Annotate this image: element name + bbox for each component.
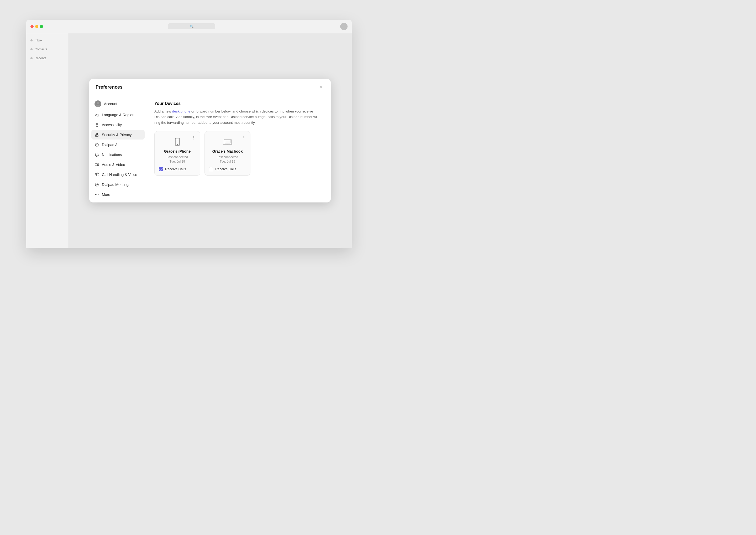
macbook-receive-calls-checkbox[interactable] xyxy=(209,167,213,171)
maximize-traffic-light[interactable] xyxy=(40,25,43,28)
iphone-icon xyxy=(173,137,182,147)
macbook-icon xyxy=(222,137,233,147)
svg-point-21 xyxy=(194,139,194,140)
main-content: Preferences × xyxy=(68,33,352,248)
content-area: Your Devices Add a new desk phone or for… xyxy=(147,95,331,203)
svg-point-12 xyxy=(97,144,97,145)
bell-icon xyxy=(95,153,99,157)
sidebar-dot xyxy=(30,48,33,50)
sidebar-item-1[interactable]: Inbox xyxy=(27,37,67,44)
sidebar-item-dialpad-ai[interactable]: Dialpad Ai xyxy=(91,140,145,150)
svg-point-25 xyxy=(244,136,244,137)
device-card-iphone: Grace's iPhone Last connected Tue, Jul 1… xyxy=(154,131,200,176)
macbook-icon-wrap xyxy=(209,137,246,147)
sidebar-item-accessibility[interactable]: Accessibility xyxy=(91,120,145,129)
sidebar-item-2[interactable]: Contacts xyxy=(27,45,67,53)
app-window: 🔍 Inbox Contacts Recents xyxy=(26,20,352,248)
title-bar-center: 🔍 xyxy=(45,23,338,29)
svg-point-27 xyxy=(244,139,244,140)
app-body: Inbox Contacts Recents Preferences × xyxy=(26,33,352,248)
modal-body: Account A 文 Language & Reg xyxy=(89,95,331,203)
sidebar-item-language[interactable]: A 文 Language & Region xyxy=(91,110,145,120)
svg-point-17 xyxy=(97,194,97,195)
account-avatar-icon xyxy=(95,100,101,107)
modal-close-button[interactable]: × xyxy=(318,84,324,91)
modal-header: Preferences × xyxy=(89,79,331,95)
svg-point-4 xyxy=(96,123,97,124)
svg-point-15 xyxy=(96,184,98,185)
sidebar-dot xyxy=(30,39,33,42)
iphone-icon-wrap xyxy=(159,137,196,147)
iphone-receive-calls-checkbox[interactable] xyxy=(159,167,163,171)
minimize-traffic-light[interactable] xyxy=(35,25,38,28)
more-icon xyxy=(95,192,99,197)
svg-line-7 xyxy=(96,126,97,127)
audio-video-label: Audio & Video xyxy=(102,163,125,167)
close-traffic-light[interactable] xyxy=(30,25,34,28)
description-part1: Add a new xyxy=(154,109,172,113)
section-description: Add a new desk phone or forward number b… xyxy=(154,109,323,126)
svg-point-20 xyxy=(194,137,194,138)
svg-point-19 xyxy=(194,136,194,137)
macbook-receive-calls[interactable]: Receive Calls xyxy=(209,167,246,171)
sidebar-label: Inbox xyxy=(35,39,42,42)
modal-sidebar: Account A 文 Language & Reg xyxy=(89,95,147,203)
macbook-name: Grace's Macbook xyxy=(209,149,246,154)
video-icon xyxy=(95,162,99,167)
sidebar-item-meetings[interactable]: Dialpad Meetings xyxy=(91,180,145,189)
macbook-receive-calls-label: Receive Calls xyxy=(215,167,236,171)
sidebar-label: Contacts xyxy=(35,47,47,51)
preferences-modal: Preferences × xyxy=(89,79,331,203)
svg-line-8 xyxy=(97,126,98,127)
svg-point-26 xyxy=(244,137,244,138)
modal-overlay: Preferences × xyxy=(68,33,352,248)
accessibility-label: Accessibility xyxy=(102,123,122,127)
svg-rect-29 xyxy=(225,140,230,143)
modal-title: Preferences xyxy=(96,84,123,90)
ai-icon xyxy=(95,142,99,147)
svg-text:文: 文 xyxy=(97,114,99,117)
svg-point-14 xyxy=(95,183,99,186)
device-menu-button-iphone[interactable] xyxy=(191,134,197,141)
svg-point-10 xyxy=(97,135,97,136)
dialpad-ai-label: Dialpad Ai xyxy=(102,143,118,147)
title-bar: 🔍 xyxy=(26,20,352,33)
account-label: Account xyxy=(104,102,117,106)
meetings-icon xyxy=(95,182,99,187)
title-bar-search[interactable]: 🔍 xyxy=(168,23,215,29)
svg-point-24 xyxy=(177,144,178,145)
language-icon: A 文 xyxy=(95,113,99,117)
sidebar-item-security[interactable]: Security & Privacy xyxy=(91,130,145,140)
iphone-receive-calls[interactable]: Receive Calls xyxy=(159,167,196,171)
section-title: Your Devices xyxy=(154,101,323,106)
devices-grid: Grace's iPhone Last connected Tue, Jul 1… xyxy=(154,131,323,176)
sidebar-item-call-handling[interactable]: Call Handling & Voice xyxy=(91,170,145,180)
notifications-label: Notifications xyxy=(102,153,122,157)
device-menu-button-macbook[interactable] xyxy=(241,134,247,141)
svg-point-1 xyxy=(96,105,100,107)
title-bar-right xyxy=(340,23,348,30)
sidebar-item-audio-video[interactable]: Audio & Video xyxy=(91,160,145,169)
svg-point-0 xyxy=(97,102,99,104)
svg-point-16 xyxy=(95,194,96,195)
iphone-name: Grace's iPhone xyxy=(159,149,196,154)
sidebar-item-3[interactable]: Recents xyxy=(27,54,67,62)
language-label: Language & Region xyxy=(102,113,135,117)
accessibility-icon xyxy=(95,123,99,127)
sidebar-label: Recents xyxy=(35,56,46,60)
user-avatar[interactable] xyxy=(340,23,348,30)
svg-rect-13 xyxy=(95,164,98,166)
sidebar-item-notifications[interactable]: Notifications xyxy=(91,150,145,159)
app-sidebar: Inbox Contacts Recents xyxy=(26,33,68,248)
device-card-macbook: Grace's Macbook Last connected Tue, Jul … xyxy=(204,131,251,176)
svg-point-18 xyxy=(98,194,99,195)
svg-rect-31 xyxy=(227,144,228,145)
meetings-label: Dialpad Meetings xyxy=(102,183,130,187)
sidebar-item-account[interactable]: Account xyxy=(91,98,145,110)
phone-icon xyxy=(95,172,99,177)
call-handling-label: Call Handling & Voice xyxy=(102,173,137,177)
security-label: Security & Privacy xyxy=(102,133,132,137)
desk-phone-link[interactable]: desk phone xyxy=(172,109,191,113)
sidebar-item-more[interactable]: More xyxy=(91,190,145,199)
more-label: More xyxy=(102,192,110,197)
